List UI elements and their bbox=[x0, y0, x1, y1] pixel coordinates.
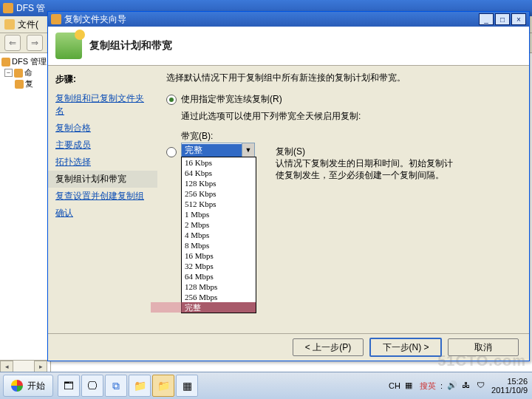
bandwidth-option[interactable]: 128 Kbps bbox=[182, 178, 256, 188]
taskbar[interactable]: 开始 🗔 🖵 ⧉ 📁 📁 ▦ CH ▦ 搜英 : 🔊 🖧 🛡 15:26 201… bbox=[0, 372, 532, 399]
tree-node-1[interactable]: − 命 bbox=[1, 67, 49, 78]
bandwidth-option[interactable]: 128 Mbps bbox=[182, 282, 256, 292]
windows-logo-icon bbox=[11, 380, 23, 392]
system-tray[interactable]: CH ▦ 搜英 : 🔊 🖧 🛡 15:26 2011/10/9 bbox=[384, 377, 532, 395]
scroll-right-icon[interactable]: ▸ bbox=[34, 361, 47, 372]
folder-icon bbox=[14, 69, 23, 78]
nav-step-2[interactable]: 主要成员 bbox=[48, 137, 157, 154]
radio-icon[interactable] bbox=[166, 95, 177, 105]
scroll-left-icon[interactable]: ◂ bbox=[0, 361, 13, 372]
wizard-title: 复制文件夹向导 bbox=[64, 13, 126, 26]
bandwidth-option[interactable]: 8 Mbps bbox=[182, 240, 256, 250]
chevron-down-icon[interactable]: ▼ bbox=[242, 143, 254, 157]
folder-icon bbox=[1, 58, 10, 66]
wizard-heading: 复制组计划和带宽 bbox=[89, 39, 172, 52]
tree-pane[interactable]: DFS 管理 − 命 复 bbox=[0, 53, 51, 374]
tray-icon[interactable]: 🔊 bbox=[447, 381, 457, 391]
ql-folder2[interactable]: 📁 bbox=[152, 375, 174, 397]
nav-step-5[interactable]: 复查设置并创建复制组 bbox=[48, 188, 157, 205]
minimize-button[interactable]: _ bbox=[479, 13, 494, 25]
tree-node-2[interactable]: 复 bbox=[1, 78, 49, 89]
bandwidth-option[interactable]: 256 Kbps bbox=[182, 188, 256, 199]
nav-header: 步骤: bbox=[48, 72, 157, 87]
bg-title: DFS 管 bbox=[16, 2, 45, 15]
bandwidth-dropdown[interactable]: 16 Kbps64 Kbps128 Kbps256 Kbps512 Kbps1 … bbox=[181, 157, 256, 313]
wizard-window: 复制文件夹向导 _ □ × 复制组计划和带宽 步骤: 复制组和已复制文件夹名复制… bbox=[47, 11, 530, 361]
bandwidth-option[interactable]: 256 Mbps bbox=[182, 292, 256, 302]
tray-icon[interactable]: 🖧 bbox=[462, 381, 472, 391]
nav-fwd-icon[interactable]: ⇒ bbox=[27, 35, 43, 51]
clock[interactable]: 15:26 2011/10/9 bbox=[491, 377, 528, 395]
wizard-header: 复制组计划和带宽 bbox=[48, 27, 529, 66]
radio-continuous[interactable]: 使用指定带宽连续复制(R) bbox=[166, 93, 520, 106]
combo-selected[interactable]: 完整 bbox=[182, 144, 242, 157]
bandwidth-label: 带宽(B): bbox=[181, 130, 520, 143]
nav-step-4[interactable]: 复制组计划和带宽 bbox=[48, 171, 157, 188]
tree-root[interactable]: DFS 管理 bbox=[1, 56, 49, 67]
wizard-titlebar[interactable]: 复制文件夹向导 _ □ × bbox=[48, 12, 529, 27]
radio2-text: 复制(S) 认情况下复制发生的日期和时间。初始复制计 使复制发生，至少必须创建一… bbox=[276, 146, 453, 181]
radio-scheduled[interactable] bbox=[166, 147, 177, 157]
bandwidth-option[interactable]: 512 Kbps bbox=[182, 199, 256, 209]
folder-icon bbox=[15, 80, 24, 89]
quick-launch: 🗔 🖵 ⧉ 📁 📁 ▦ bbox=[58, 375, 198, 397]
bandwidth-option[interactable]: 64 Kbps bbox=[182, 168, 256, 178]
radio-icon[interactable] bbox=[166, 147, 177, 157]
nav-step-3[interactable]: 拓扑选择 bbox=[48, 154, 157, 171]
bandwidth-option[interactable]: 16 Mbps bbox=[182, 250, 256, 261]
nav-step-1[interactable]: 复制合格 bbox=[48, 120, 157, 137]
ql-explorer[interactable]: 🗔 bbox=[58, 375, 80, 397]
tree-scrollbar[interactable]: ◂ ▸ bbox=[0, 360, 47, 372]
tray-icon[interactable]: ▦ bbox=[405, 381, 415, 391]
bandwidth-combo[interactable]: 完整 ▼ 16 Kbps64 Kbps128 Kbps256 Kbps512 K… bbox=[181, 143, 255, 157]
content-description: 选择默认情况下用于复制组中所有新连接的复制计划和带宽。 bbox=[166, 72, 520, 84]
ql-desktop[interactable]: 🖵 bbox=[81, 375, 103, 397]
wizard-nav: 步骤: 复制组和已复制文件夹名复制合格主要成员拓扑选择复制组计划和带宽复查设置并… bbox=[48, 66, 157, 333]
prev-button[interactable]: < 上一步(P) bbox=[293, 338, 364, 356]
bandwidth-option[interactable]: 4 Mbps bbox=[182, 230, 256, 240]
bandwidth-option[interactable]: 1 Mbps bbox=[182, 209, 256, 219]
bandwidth-option[interactable]: 32 Mbps bbox=[182, 261, 256, 271]
start-button[interactable]: 开始 bbox=[3, 375, 53, 397]
ime-indicator[interactable]: CH bbox=[389, 381, 400, 390]
wizard-icon bbox=[51, 14, 61, 24]
wizard-content: 选择默认情况下用于复制组中所有新连接的复制计划和带宽。 使用指定带宽连续复制(R… bbox=[157, 66, 529, 333]
bandwidth-option[interactable]: 64 Mbps bbox=[182, 271, 256, 282]
tree-collapse-icon[interactable]: − bbox=[4, 69, 13, 77]
app-icon bbox=[3, 3, 13, 13]
bandwidth-option[interactable]: 16 Kbps bbox=[182, 157, 256, 168]
watermark: 51CTO.com bbox=[437, 352, 526, 369]
tray-icon[interactable]: 🛡 bbox=[477, 381, 487, 391]
ql-app[interactable]: ▦ bbox=[176, 375, 198, 397]
ime-text[interactable]: 搜英 bbox=[420, 381, 436, 392]
maximize-button[interactable]: □ bbox=[495, 13, 510, 25]
nav-step-0[interactable]: 复制组和已复制文件夹名 bbox=[48, 90, 157, 120]
nav-step-6[interactable]: 确认 bbox=[48, 205, 157, 222]
nav-back-icon[interactable]: ⇐ bbox=[4, 35, 21, 51]
next-button[interactable]: 下一步(N) > bbox=[369, 338, 442, 357]
ql-folder1[interactable]: 📁 bbox=[129, 375, 151, 397]
ql-powershell[interactable]: ⧉ bbox=[105, 375, 127, 397]
wizard-header-icon bbox=[55, 33, 82, 59]
bandwidth-option[interactable]: 2 Mbps bbox=[182, 219, 256, 230]
menu-file[interactable]: 文件( bbox=[18, 18, 38, 31]
bandwidth-option[interactable]: 完整 bbox=[182, 302, 256, 313]
radio1-subtext: 通过此选项可以使用下列带宽全天候启用复制: bbox=[181, 110, 520, 123]
menu-icon bbox=[4, 19, 15, 30]
close-button[interactable]: × bbox=[511, 13, 526, 25]
